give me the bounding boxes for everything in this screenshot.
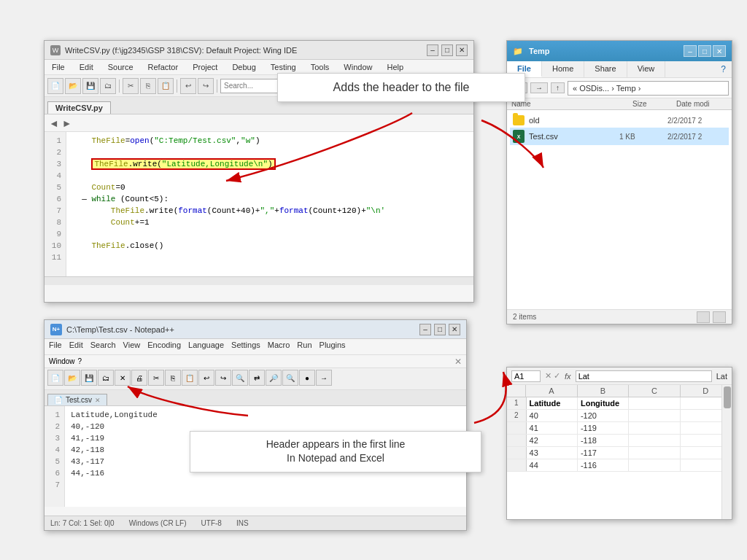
view-details-button[interactable] bbox=[697, 311, 710, 323]
cell-a5[interactable]: 43 bbox=[527, 447, 578, 459]
cell-c4[interactable] bbox=[629, 435, 680, 446]
np-menu-macro[interactable]: Macro bbox=[268, 341, 290, 353]
np-tab-close[interactable]: ✕ bbox=[95, 397, 101, 404]
cell-a4[interactable]: 42 bbox=[527, 435, 578, 446]
np-menu-language[interactable]: Language bbox=[188, 341, 224, 353]
menu-tools[interactable]: Tools bbox=[308, 61, 333, 73]
cell-b5[interactable]: -117 bbox=[578, 447, 629, 459]
menu-project[interactable]: Project bbox=[190, 61, 220, 73]
testcsv-tab[interactable]: 📄 Test.csv ✕ bbox=[47, 394, 107, 405]
np-replace-button[interactable]: ⇄ bbox=[249, 370, 265, 386]
np-menu-run[interactable]: Run bbox=[297, 341, 311, 353]
copy-button[interactable]: ⎘ bbox=[140, 78, 156, 94]
up-button[interactable]: ↑ bbox=[551, 82, 565, 93]
menu-source[interactable]: Source bbox=[105, 61, 136, 73]
np-indent-button[interactable]: → bbox=[316, 370, 332, 386]
cut-button[interactable]: ✂ bbox=[123, 78, 139, 94]
address-bar[interactable]: « OSDis... › Temp › bbox=[568, 81, 729, 96]
explorer-close-button[interactable]: ✕ bbox=[713, 45, 726, 57]
menu-edit[interactable]: Edit bbox=[77, 61, 96, 73]
view-large-button[interactable] bbox=[713, 311, 726, 323]
np-copy-button[interactable]: ⎘ bbox=[165, 370, 181, 386]
wing-minimize-button[interactable]: – bbox=[427, 44, 438, 56]
np-menu-search[interactable]: Search bbox=[90, 341, 116, 353]
ribbon-tab-home[interactable]: Home bbox=[542, 61, 584, 77]
np-menu-plugins[interactable]: Plugins bbox=[320, 341, 346, 353]
np-menu-window[interactable]: Window bbox=[49, 357, 75, 365]
undo-button[interactable]: ↩ bbox=[180, 78, 196, 94]
new-button[interactable]: 📄 bbox=[47, 78, 63, 94]
np-redo-button[interactable]: ↪ bbox=[215, 370, 231, 386]
menu-help[interactable]: Help bbox=[384, 61, 406, 73]
cell-c3[interactable] bbox=[629, 422, 680, 434]
explorer-help-button[interactable]: ? bbox=[715, 61, 732, 77]
explorer-maximize-button[interactable]: □ bbox=[698, 45, 711, 57]
col-header-c[interactable]: C bbox=[629, 385, 680, 397]
np-close-button[interactable]: ✕ bbox=[115, 370, 131, 386]
cell-b4[interactable]: -118 bbox=[578, 435, 629, 446]
notepad-minimize-button[interactable]: – bbox=[419, 324, 431, 335]
np-menu-help[interactable]: ? bbox=[78, 357, 82, 365]
scrollbar-thumb[interactable] bbox=[724, 386, 731, 408]
np-print-button[interactable]: 🖨 bbox=[131, 370, 147, 386]
cell-b6[interactable]: -116 bbox=[578, 459, 629, 471]
cell-b3[interactable]: -119 bbox=[578, 422, 629, 434]
cell-c1[interactable] bbox=[629, 397, 680, 409]
cell-c6[interactable] bbox=[629, 459, 680, 471]
list-item[interactable]: X Test.csv 1 KB 2/2/2017 2 bbox=[510, 128, 729, 145]
notepad-maximize-button[interactable]: □ bbox=[434, 324, 446, 335]
np-cut-button[interactable]: ✂ bbox=[148, 370, 164, 386]
np-find-button[interactable]: 🔍 bbox=[232, 370, 248, 386]
np-menu-encoding[interactable]: Encoding bbox=[147, 341, 181, 353]
col-header-b[interactable]: B bbox=[578, 385, 629, 397]
ribbon-tab-share[interactable]: Share bbox=[584, 61, 627, 77]
save-button[interactable]: 💾 bbox=[82, 78, 98, 94]
list-item[interactable]: old 2/2/2017 2 bbox=[510, 113, 729, 128]
np-menu-view[interactable]: View bbox=[123, 341, 141, 353]
np-undo-button[interactable]: ↩ bbox=[198, 370, 214, 386]
writecsvpy-tab[interactable]: WriteCSV.py bbox=[47, 101, 111, 114]
nav-forward-button[interactable]: ► bbox=[62, 117, 72, 129]
open-button[interactable]: 📂 bbox=[65, 78, 81, 94]
cell-a6[interactable]: 44 bbox=[527, 459, 578, 471]
wing-close-button[interactable]: ✕ bbox=[456, 44, 468, 56]
np-paste-button[interactable]: 📋 bbox=[182, 370, 198, 386]
np-open-button[interactable]: 📂 bbox=[64, 370, 80, 386]
menu-refactor[interactable]: Refactor bbox=[145, 61, 182, 73]
notepad-close-button[interactable]: ✕ bbox=[449, 324, 460, 335]
np-menu-edit[interactable]: Edit bbox=[69, 341, 83, 353]
redo-button[interactable]: ↪ bbox=[198, 78, 214, 94]
np-menu-file[interactable]: File bbox=[49, 341, 62, 353]
np-macro-button[interactable]: ● bbox=[299, 370, 315, 386]
np-new-button[interactable]: 📄 bbox=[47, 370, 63, 386]
np-close-x[interactable]: ✕ bbox=[454, 357, 462, 367]
formula-input[interactable] bbox=[576, 370, 712, 382]
cell-b2[interactable]: -120 bbox=[578, 410, 629, 421]
np-zoom-in-button[interactable]: 🔎 bbox=[266, 370, 282, 386]
col-header-a[interactable]: A bbox=[526, 385, 577, 397]
cell-a1[interactable]: Latitude bbox=[527, 397, 578, 409]
menu-file[interactable]: File bbox=[49, 61, 68, 73]
np-zoom-out-button[interactable]: 🔍 bbox=[282, 370, 298, 386]
cell-a2[interactable]: 40 bbox=[527, 410, 578, 421]
paste-button[interactable]: 📋 bbox=[158, 78, 174, 94]
menu-testing[interactable]: Testing bbox=[268, 61, 299, 73]
menu-debug[interactable]: Debug bbox=[229, 61, 258, 73]
code-area[interactable]: TheFile=open("C:Temp/Test.csv","w") TheF… bbox=[66, 132, 473, 276]
np-menu-settings[interactable]: Settings bbox=[231, 341, 260, 353]
cell-reference[interactable] bbox=[511, 370, 541, 382]
ribbon-tab-view[interactable]: View bbox=[627, 61, 666, 77]
cell-c2[interactable] bbox=[629, 410, 680, 421]
np-save-button[interactable]: 💾 bbox=[81, 370, 97, 386]
wing-scrollbar-horizontal[interactable] bbox=[44, 276, 473, 285]
forward-button[interactable]: → bbox=[530, 82, 548, 93]
np-save-all-button[interactable]: 🗂 bbox=[98, 370, 114, 386]
nav-back-button[interactable]: ◄ bbox=[49, 117, 59, 129]
cell-a3[interactable]: 41 bbox=[527, 422, 578, 434]
save-all-button[interactable]: 🗂 bbox=[100, 78, 116, 94]
menu-window[interactable]: Window bbox=[341, 61, 375, 73]
explorer-minimize-button[interactable]: – bbox=[684, 45, 697, 57]
excel-scrollbar-vertical[interactable] bbox=[721, 385, 732, 519]
cell-b1[interactable]: Longitude bbox=[578, 397, 629, 409]
wing-maximize-button[interactable]: □ bbox=[441, 44, 453, 56]
